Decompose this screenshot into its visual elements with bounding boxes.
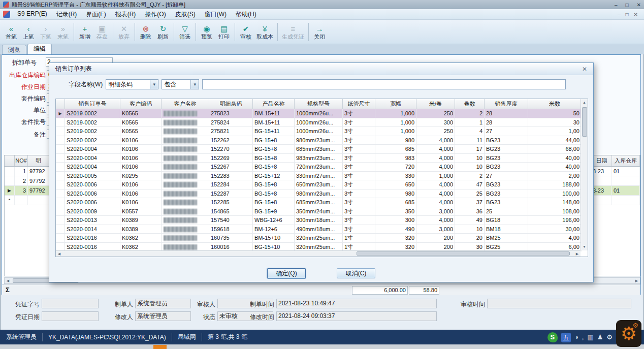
- grid-cell: 320mm/25um...: [295, 243, 343, 251]
- scroll-up-icon[interactable]: ▲: [581, 99, 588, 106]
- toolbar-preview-button[interactable]: ◉预览: [198, 23, 215, 41]
- cell-detail: 97792: [28, 186, 49, 195]
- close-button[interactable]: ✕: [637, 2, 641, 8]
- table-row[interactable]: S2020-0013K0389157540WBG-12+6300mm/18um.…: [56, 216, 582, 225]
- table-row[interactable]: S2020-0002K0106152262BG-15+8980mm/23um..…: [56, 136, 582, 145]
- v-scrollbar-thumb[interactable]: [582, 107, 587, 137]
- maximize-button[interactable]: □: [626, 2, 629, 8]
- cancel-button[interactable]: 取消(C): [337, 268, 375, 278]
- toolbar-first-button[interactable]: «首笔: [3, 23, 20, 41]
- user-icon[interactable]: ♟: [597, 332, 603, 342]
- grid-col-header[interactable]: 纸管尺寸: [343, 99, 375, 109]
- table-row[interactable]: 197792: [5, 167, 49, 176]
- grid-col-header[interactable]: 米/卷: [416, 99, 455, 109]
- table-row[interactable]: S2020-0004K0106152269BG-15+8983mm/23um..…: [56, 154, 582, 163]
- voucher-date-field[interactable]: [42, 311, 99, 321]
- sogou-icon[interactable]: S: [548, 332, 558, 342]
- mdi-minimize-button[interactable]: –: [618, 12, 621, 17]
- keyboard-icon[interactable]: ▦: [587, 332, 593, 342]
- grid-col-header[interactable]: 卷数: [455, 99, 485, 109]
- table-row[interactable]: S2019-0002K0565275824BM-15+111000mm/26u.…: [56, 118, 582, 128]
- table-row[interactable]: 297792: [5, 176, 49, 186]
- grid-v-scrollbar[interactable]: ▲ ▼: [581, 99, 588, 250]
- scroll-right-icon[interactable]: ▶: [574, 252, 581, 256]
- grid-col-header[interactable]: 宽幅: [375, 99, 416, 109]
- toolbar-get-cost-button[interactable]: ¥取成本: [254, 23, 275, 41]
- tab-edit[interactable]: 编辑: [27, 44, 52, 54]
- taskbar-item[interactable]: [153, 345, 167, 349]
- table-row[interactable]: 8-2301: [592, 186, 640, 196]
- grid-col-header[interactable]: 产品名称: [253, 99, 295, 109]
- col-header-date[interactable]: 日期: [592, 155, 612, 166]
- toolbar-new-button[interactable]: +新增: [76, 23, 93, 41]
- chevron-down-icon[interactable]: ▾: [150, 80, 158, 89]
- mdi-close-button[interactable]: ✕: [634, 12, 638, 17]
- voucher-no-label: 凭证字号: [4, 300, 40, 309]
- toolbar-delete-button[interactable]: ⊗删除: [137, 23, 154, 41]
- chevron-down-icon[interactable]: ▾: [190, 80, 199, 89]
- h-scrollbar-thumb[interactable]: [357, 251, 570, 256]
- wubi-icon[interactable]: 五: [561, 333, 571, 342]
- minimize-button[interactable]: –: [615, 2, 618, 8]
- table-row[interactable]: S2020-0006K0106152284BG-15+8650mm/23um..…: [56, 180, 582, 189]
- table-row[interactable]: S2020-0016K0362160735BM-15+10320mm/25um.…: [56, 234, 582, 243]
- table-row[interactable]: S2019-0002K0565275821BG-15+111000mm/26u.…: [56, 127, 582, 136]
- table-row[interactable]: S2020-0004K0106152267BG-15+8720mm/23um..…: [56, 163, 582, 172]
- grid-col-header[interactable]: 销售订单号: [65, 99, 120, 109]
- dialog-title-bar[interactable]: 销售订单列表 ✕: [49, 63, 593, 75]
- scroll-right-icon[interactable]: ▶: [633, 279, 640, 283]
- voucher-no-field[interactable]: [42, 299, 99, 308]
- table-row[interactable]: ▶S2019-0002K0565275823BM-15+111000mm/26u…: [56, 109, 582, 118]
- toolbar-close-button[interactable]: →关闭: [311, 23, 328, 41]
- filter-value-input[interactable]: [202, 79, 566, 89]
- menu-item[interactable]: 皮肤(S): [171, 9, 200, 20]
- grid-cell: 685mm/23um...: [295, 198, 343, 207]
- operator-select[interactable]: 包含 ▾: [162, 79, 199, 89]
- table-row[interactable]: S2020-0004K0106152270BG-15+8685mm/23um..…: [56, 145, 582, 154]
- table-row[interactable]: S2020-0014K0389159618BM-12+6490mm/18um..…: [56, 225, 582, 234]
- table-row[interactable]: S2020-0006K0106152285BG-15+8685mm/23um..…: [56, 198, 582, 207]
- grid-col-header[interactable]: 规格型号: [295, 99, 343, 109]
- col-header-no[interactable]: NO#: [15, 155, 28, 166]
- table-row[interactable]: S2020-0006K0106152287BG-15+8980mm/23um..…: [56, 189, 582, 199]
- toolbar-filter-button[interactable]: ▽筛选: [176, 23, 194, 41]
- ok-button[interactable]: 确定(Q): [267, 268, 306, 278]
- menu-item[interactable]: 界面(F): [81, 9, 110, 20]
- field-select[interactable]: 明细条码 ▾: [106, 79, 158, 89]
- tab-browse[interactable]: 浏览: [2, 45, 26, 54]
- table-row[interactable]: S2020-0009K0557154865BG-15+9350mm/24um..…: [56, 207, 582, 216]
- menu-item[interactable]: 帮助(H): [231, 9, 261, 20]
- dialog-close-icon[interactable]: ✕: [582, 66, 587, 73]
- table-row[interactable]: [592, 176, 640, 186]
- grid-col-header[interactable]: 米数: [528, 99, 582, 109]
- table-row[interactable]: 8-2301: [592, 167, 640, 176]
- table-row[interactable]: ▶397792: [5, 186, 49, 196]
- customer-name-redacted: [164, 120, 197, 125]
- menu-item[interactable]: 记录(R): [52, 9, 82, 20]
- scroll-left-icon[interactable]: ◀: [56, 252, 62, 256]
- table-row[interactable]: [592, 196, 640, 205]
- halfwidth-icon[interactable]: ◑: [574, 332, 578, 342]
- grid-col-header[interactable]: 客户名称: [162, 99, 209, 109]
- toolbar-print-button[interactable]: ▤打印: [215, 23, 233, 41]
- toolbar-refresh-button[interactable]: ↻刷新: [154, 23, 172, 41]
- col-header-detail[interactable]: 明: [28, 155, 49, 166]
- table-row[interactable]: S2020-0005K0295152283BG-15+12330mm/27um.…: [56, 172, 582, 181]
- grid-col-header[interactable]: 销售厚度: [485, 99, 528, 109]
- grid-col-header[interactable]: 客户编码: [120, 99, 162, 109]
- punct-icon[interactable]: ,: [582, 332, 584, 342]
- menu-item[interactable]: 操作(O): [140, 9, 170, 20]
- scroll-down-icon[interactable]: ▼: [581, 243, 588, 250]
- grid-h-scrollbar[interactable]: ◀ ▶: [56, 250, 581, 257]
- menu-icon[interactable]: ⚙: [606, 332, 613, 342]
- menu-item[interactable]: 窗口(W): [200, 9, 231, 20]
- grid-col-header[interactable]: 明细条码: [209, 99, 253, 109]
- scroll-left-icon[interactable]: ◀: [5, 279, 11, 283]
- mdi-restore-button[interactable]: □: [626, 12, 629, 17]
- col-header-warehouse[interactable]: 入库仓库: [612, 155, 640, 166]
- toolbar-prev-button[interactable]: ‹上笔: [20, 23, 37, 41]
- table-row[interactable]: *: [5, 196, 49, 205]
- menu-item[interactable]: S9 ERP(E): [13, 9, 52, 20]
- menu-item[interactable]: 报表(R): [111, 9, 141, 20]
- toolbar-audit-button[interactable]: ✔审核: [237, 23, 254, 41]
